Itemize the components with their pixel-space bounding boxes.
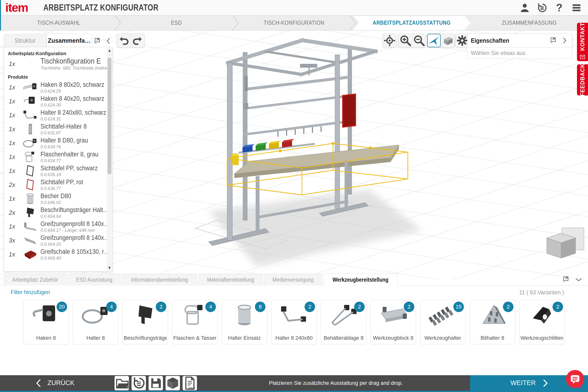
product-card-halter-einsatz[interactable]: 8Halter Einsatz bbox=[222, 300, 267, 344]
item-quantity: 2x bbox=[4, 181, 20, 188]
card-label: Beschriftungsträger bbox=[124, 335, 167, 341]
list-scrollbar[interactable]: ▲ ▼ bbox=[107, 48, 112, 271]
zoom-in-icon[interactable] bbox=[398, 34, 412, 47]
list-item[interactable]: 1xHaken 8 40x20, schwarz0.0.624.30 bbox=[4, 94, 106, 108]
product-card-halter-8[interactable]: 4Halter 8 bbox=[73, 300, 118, 344]
history-icon[interactable] bbox=[537, 2, 547, 13]
step-tisch-konfiguration[interactable]: TISCH-KONFIGURATION bbox=[235, 15, 353, 30]
product-card-werkzeughalter[interactable]: 15Werkzeughalter bbox=[420, 300, 466, 344]
svg-text:PDF: PDF bbox=[189, 387, 195, 390]
tab-materialbereitstellung[interactable]: Materialbereitstellung bbox=[198, 274, 263, 286]
product-card-beschriftungstr-ger[interactable]: 2Beschriftungsträger bbox=[122, 300, 168, 344]
list-item[interactable]: 1xBecher D800.0.646.02 bbox=[4, 192, 106, 206]
mail-glyph bbox=[579, 54, 586, 60]
product-card-werkzeugblock-8[interactable]: 2Werkzeugblock 8 bbox=[371, 300, 416, 344]
zoom-buttons bbox=[398, 34, 426, 48]
popout-glyph bbox=[549, 36, 557, 44]
list-item[interactable]: 3xGreifzungenprofil 8 140x…0.0.664.20 bbox=[4, 234, 106, 247]
product-card-werkzeugschlitten-8[interactable]: 2Werkzeugschlitten 8 bbox=[519, 300, 565, 344]
list-item[interactable]: 2xSichttafel PP, rot0.0.636.77 bbox=[4, 178, 106, 192]
list-item[interactable]: 1xHalter 8 240x80, schwarz0.0.624.31 bbox=[4, 108, 106, 122]
footer-bar: ZURÜCK PDF Platzieren Sie zusätzliche Au… bbox=[0, 375, 588, 392]
reset-icon[interactable] bbox=[132, 376, 146, 390]
user-icon[interactable] bbox=[520, 2, 530, 13]
settings-icon[interactable] bbox=[455, 34, 469, 47]
item-quantity: 2x bbox=[4, 209, 20, 216]
tab-medienversorgung[interactable]: Medienversorgung bbox=[264, 274, 322, 286]
tab-werkzeugbereitstellung[interactable]: Werkzeugbereitstellung bbox=[324, 274, 397, 286]
step-esd[interactable]: ESD bbox=[118, 15, 235, 30]
scroll-down-icon[interactable]: ▼ bbox=[108, 265, 112, 271]
list-item[interactable]: 2xBeschriftungsträger Halt…0.0.654.54 bbox=[4, 206, 106, 220]
zoom-out-glyph bbox=[412, 34, 425, 47]
list-item[interactable]: 1xGreifschale 8 105x130, r…0.0.669.40 bbox=[4, 247, 106, 261]
item-quantity: 1x bbox=[4, 126, 20, 133]
tab-zusammenfassung[interactable]: Zusammenfa… bbox=[46, 34, 92, 47]
item-article-number: 0.0.646.02 bbox=[40, 200, 73, 205]
scroll-up-icon[interactable]: ▲ bbox=[108, 48, 112, 54]
list-item[interactable]: 1xSichttafel PP, schwarz0.0.635.18 bbox=[4, 164, 106, 178]
feedback-tab[interactable]: FEEDBACK bbox=[577, 64, 588, 96]
view-cube-gizmo[interactable] bbox=[547, 228, 584, 258]
history-toolbar bbox=[117, 34, 145, 48]
popout-icon[interactable] bbox=[562, 276, 570, 284]
item-article-number: 0.0.634.76 bbox=[40, 144, 91, 150]
product-card-flaschen-tassenh-[interactable]: 4Flaschen & Tassenh… bbox=[172, 300, 217, 344]
list-item[interactable]: 1xSichttafel-Halter 80.0.631.87 bbox=[4, 122, 106, 136]
center-view-icon[interactable] bbox=[383, 34, 396, 47]
item-thumbnail bbox=[20, 165, 40, 177]
kontakt-tab[interactable]: KONTAKT bbox=[577, 23, 588, 61]
item-article-number: 0.0.664.20 bbox=[40, 242, 103, 247]
tray-red-icon bbox=[21, 248, 39, 260]
chevron-right-glyph bbox=[561, 36, 569, 44]
structure-panel-tabs: Struktur Zusammenfa… bbox=[4, 34, 113, 47]
popout-icon[interactable] bbox=[549, 36, 557, 44]
undo-icon[interactable] bbox=[117, 34, 131, 47]
collapse-right-icon[interactable] bbox=[561, 36, 569, 44]
item-article-number: 0.0.664.17 - Länge: 648 mm bbox=[40, 228, 103, 233]
help-icon[interactable]: ? bbox=[554, 2, 565, 13]
collapse-left-icon[interactable] bbox=[104, 37, 113, 45]
scrollbar-thumb[interactable] bbox=[108, 58, 111, 174]
chat-widget-button[interactable] bbox=[565, 370, 585, 390]
tab-arbeitsplatz-zubeh-r[interactable]: Arbeitsplatz Zubehör bbox=[4, 274, 67, 286]
product-card-beh-lterablage-8[interactable]: 2Behälterablage 8 bbox=[321, 300, 366, 344]
item-article-number: 0.0.631.87 bbox=[40, 130, 89, 136]
page-title: ARBEITSPLATZ KONFIGURATOR bbox=[43, 3, 158, 13]
zoom-out-icon[interactable] bbox=[412, 34, 425, 47]
product-card-bithalter-8[interactable]: 2Bithalter 8 bbox=[470, 300, 515, 344]
tab-struktur[interactable]: Struktur bbox=[4, 34, 46, 47]
tab-esd-ausr-stung[interactable]: ESD Ausrüstung bbox=[68, 274, 121, 286]
back-button[interactable]: ZURÜCK bbox=[36, 375, 74, 391]
list-item[interactable]: 1xGreifzungenprofil 8 140x…0.0.664.17 - … bbox=[4, 220, 106, 234]
menu-icon[interactable] bbox=[571, 2, 582, 13]
product-card-halter-8-240x80[interactable]: 2Halter 8 240x80 bbox=[271, 300, 317, 344]
step-zusammenfassung[interactable]: ZUSAMMENFASSUNG bbox=[470, 15, 588, 30]
add-filter-link[interactable]: Filter hinzufügen bbox=[11, 289, 50, 296]
equipment-panel: Filter hinzufügen 11 ( 63 Varianten ) 20… bbox=[0, 274, 588, 375]
view-3d-icon[interactable] bbox=[166, 376, 180, 390]
step-tisch-auswahl[interactable]: TISCH-AUSWAHL bbox=[0, 15, 118, 30]
tab-informationsbereitstellung[interactable]: Informationsbereitstellung bbox=[122, 274, 197, 286]
item-article-number: 0.0.624.30 bbox=[40, 102, 103, 108]
product-card-haken-8[interactable]: 20Haken 8 bbox=[23, 300, 69, 344]
redo-icon[interactable] bbox=[131, 34, 144, 47]
save-icon[interactable] bbox=[149, 376, 163, 390]
list-item[interactable]: 1xHalter 8 D80, grau0.0.634.76 bbox=[4, 136, 106, 150]
sichttafel-rot bbox=[343, 94, 356, 127]
pdf-export-icon[interactable]: PDF bbox=[183, 376, 197, 390]
open-project-icon[interactable] bbox=[115, 376, 129, 390]
list-item[interactable]: 1xHaken 8 80x20, schwarz0.0.624.29 bbox=[4, 80, 106, 94]
list-item[interactable]: 1xTischkonfiguration ETischhöhe: 680; Ti… bbox=[4, 57, 106, 71]
view-perspective-icon[interactable] bbox=[427, 34, 441, 47]
becher-yellow[interactable] bbox=[231, 154, 239, 165]
item-quantity: 1x bbox=[4, 112, 20, 119]
variant-badge: 4 bbox=[205, 302, 216, 312]
item-name: Becher D80 bbox=[40, 192, 71, 200]
collapse-down-icon[interactable] bbox=[575, 276, 583, 284]
step-arbeitsplatzausstattung[interactable]: ARBEITSPLATZAUSSTATTUNG bbox=[353, 15, 470, 30]
view-solid-icon[interactable] bbox=[441, 34, 454, 47]
list-item[interactable]: 1xFlaschenhalter 8, grau0.0.634.77 bbox=[4, 150, 106, 164]
center-view-button[interactable] bbox=[383, 34, 396, 48]
popout-icon[interactable] bbox=[93, 37, 101, 45]
